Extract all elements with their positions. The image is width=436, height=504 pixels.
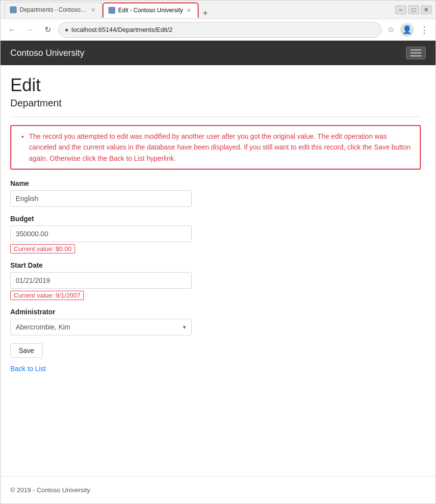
start-date-label: Start Date bbox=[10, 261, 421, 269]
save-button[interactable]: Save bbox=[10, 343, 43, 358]
browser-menu-icon[interactable]: ⋮ bbox=[418, 25, 431, 35]
divider bbox=[10, 117, 421, 117]
start-date-input[interactable] bbox=[10, 272, 192, 289]
maximize-button[interactable]: □ bbox=[408, 5, 419, 14]
error-message-text: The record you attempted to edit was mod… bbox=[29, 131, 412, 164]
app-brand[interactable]: Contoso University bbox=[10, 48, 84, 58]
start-date-current-value: Current value: 9/1/2007 bbox=[10, 291, 84, 300]
address-text: localhost:65144/Departments/Edit/2 bbox=[72, 26, 375, 33]
new-tab-button[interactable]: + bbox=[199, 9, 212, 18]
tab-icon-edit bbox=[108, 7, 115, 14]
administrator-select-wrapper: Abercrombie, Kim Fakhouri, Fadi Harui, R… bbox=[10, 319, 192, 335]
page-subheading: Department bbox=[10, 98, 421, 109]
budget-field-group: Budget Current value: $0.00 bbox=[10, 215, 421, 253]
tab-edit[interactable]: Edit - Contoso University × bbox=[103, 2, 199, 18]
forward-nav-button[interactable]: → bbox=[23, 23, 37, 37]
name-field-group: Name bbox=[10, 179, 421, 207]
back-nav-button[interactable]: ← bbox=[5, 23, 19, 37]
name-label: Name bbox=[10, 179, 421, 187]
administrator-select[interactable]: Abercrombie, Kim Fakhouri, Fadi Harui, R… bbox=[10, 319, 192, 335]
start-date-field-group: Start Date Current value: 9/1/2007 bbox=[10, 261, 421, 300]
tab-departments[interactable]: Departments - Contoso Universit… × bbox=[4, 2, 103, 18]
hamburger-line-3 bbox=[410, 55, 421, 56]
tab-departments-close[interactable]: × bbox=[90, 6, 96, 13]
navbar-toggle[interactable] bbox=[406, 47, 426, 59]
budget-label: Budget bbox=[10, 215, 421, 223]
error-message-box: The record you attempted to edit was mod… bbox=[10, 125, 421, 170]
administrator-field-group: Administrator Abercrombie, Kim Fakhouri,… bbox=[10, 308, 421, 335]
tab-edit-close[interactable]: × bbox=[186, 7, 192, 14]
name-input[interactable] bbox=[10, 190, 192, 207]
back-to-list-link[interactable]: Back to List bbox=[10, 365, 46, 373]
hamburger-line-1 bbox=[410, 50, 421, 50]
footer-text: © 2019 - Contoso University bbox=[10, 486, 90, 494]
tab-departments-label: Departments - Contoso Universit… bbox=[20, 6, 87, 13]
budget-current-value: Current value: $0.00 bbox=[10, 244, 75, 253]
administrator-label: Administrator bbox=[10, 308, 421, 316]
bookmark-icon[interactable]: ☆ bbox=[385, 25, 396, 34]
budget-input[interactable] bbox=[10, 226, 192, 242]
minimize-button[interactable]: – bbox=[395, 5, 406, 14]
account-button[interactable]: 👤 bbox=[400, 23, 414, 37]
tab-icon-departments bbox=[10, 6, 17, 13]
tab-edit-label: Edit - Contoso University bbox=[118, 7, 183, 14]
lock-icon: ● bbox=[65, 26, 69, 33]
page-heading: Edit bbox=[10, 75, 421, 96]
close-button[interactable]: ✕ bbox=[421, 5, 432, 14]
address-bar[interactable]: ● localhost:65144/Departments/Edit/2 bbox=[58, 22, 382, 38]
reload-button[interactable]: ↻ bbox=[41, 23, 54, 37]
hamburger-line-2 bbox=[410, 52, 421, 53]
